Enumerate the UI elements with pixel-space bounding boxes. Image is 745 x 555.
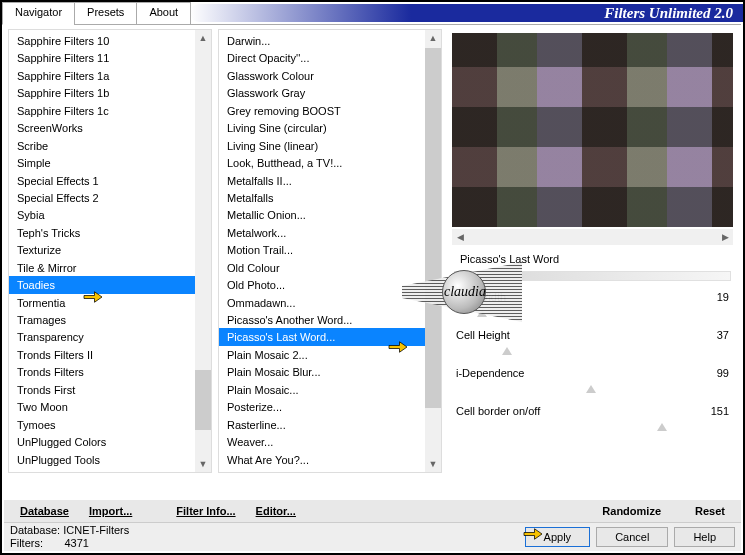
divider-bar [454,271,731,281]
apply-button[interactable]: Apply [525,527,591,547]
category-item[interactable]: Simple [9,154,211,171]
category-item[interactable]: UnPlugged Colors [9,433,211,450]
category-item[interactable]: Tymoes [9,416,211,433]
category-item[interactable]: Sybia [9,206,211,223]
filter-info-button[interactable]: Filter Info... [166,503,245,519]
filter-preview [452,33,733,227]
filter-item[interactable]: Old Photo... [219,276,441,293]
tab-about[interactable]: About [136,2,191,25]
filter-item[interactable]: Plain Mosaic 2... [219,346,441,363]
param-row: Cell border on/off151 [456,403,729,421]
category-item[interactable]: Tormentia [9,294,211,311]
category-item[interactable]: Teph's Tricks [9,224,211,241]
param-row: Cell Height37 [456,327,729,345]
param-slider[interactable] [456,309,729,323]
filter-item[interactable]: Motion Trail... [219,241,441,258]
editor-button[interactable]: Editor... [246,503,306,519]
category-list[interactable]: Sapphire Filters 10Sapphire Filters 11Sa… [8,29,212,473]
filter-item[interactable]: Look, Butthead, a TV!... [219,154,441,171]
status-bar: Database: ICNET-Filters Filters: 4371 Ap… [4,523,741,551]
filter-item[interactable]: Metalfalls II... [219,172,441,189]
reset-button[interactable]: Reset [685,503,735,519]
tab-presets[interactable]: Presets [74,2,137,25]
scroll-left-icon[interactable]: ◀ [452,229,468,245]
category-item[interactable]: Tronds First [9,381,211,398]
filter-item[interactable]: Glasswork Colour [219,67,441,84]
filter-item[interactable]: Weaver... [219,433,441,450]
category-item[interactable]: Sapphire Filters 11 [9,49,211,66]
category-item[interactable]: Tronds Filters [9,363,211,380]
param-label: Cell Height [456,329,510,343]
filter-item[interactable]: Rasterline... [219,416,441,433]
param-value: 151 [711,405,729,419]
scroll-thumb[interactable] [195,370,211,430]
param-slider[interactable] [456,347,729,361]
param-value: 99 [717,367,729,381]
filter-item[interactable]: Metalfalls [219,189,441,206]
filter-item[interactable]: Metalwork... [219,224,441,241]
filter-scrollbar[interactable]: ▲ ▼ [425,30,441,472]
filter-list[interactable]: Darwin...Direct Opacity''...Glasswork Co… [218,29,442,473]
category-item[interactable]: UnPlugged Tools [9,451,211,468]
scroll-up-icon[interactable]: ▲ [425,30,441,46]
category-item[interactable]: Sapphire Filters 1b [9,84,211,101]
category-item[interactable]: Texturize [9,241,211,258]
filter-item[interactable]: Plain Mosaic Blur... [219,363,441,380]
category-item[interactable]: Sapphire Filters 1c [9,102,211,119]
tab-navigator[interactable]: Navigator [2,2,75,25]
filter-item[interactable]: Grey removing BOOST [219,102,441,119]
tabs: Navigator Presets About [2,2,190,25]
param-slider[interactable] [456,385,729,399]
category-item[interactable]: Tile & Mirror [9,259,211,276]
import-button[interactable]: Import... [79,503,142,519]
help-button[interactable]: Help [674,527,735,547]
filter-item[interactable]: Glasswork Gray [219,84,441,101]
param-row: Cell Width19 [456,289,729,307]
filter-item[interactable]: Picasso's Another Word... [219,311,441,328]
param-value: 19 [717,291,729,305]
param-label: i-Dependence [456,367,525,381]
param-label: Cell Width [456,291,506,305]
scroll-up-icon[interactable]: ▲ [195,30,211,46]
category-scrollbar[interactable]: ▲ ▼ [195,30,211,472]
scroll-right-icon[interactable]: ▶ [717,229,733,245]
param-value: 37 [717,329,729,343]
filter-item[interactable]: Old Colour [219,259,441,276]
param-label: Cell border on/off [456,405,540,419]
filter-item[interactable]: Picasso's Last Word... [219,328,441,345]
scroll-thumb[interactable] [425,48,441,408]
randomize-button[interactable]: Randomize [592,503,671,519]
category-item[interactable]: Tronds Filters II [9,346,211,363]
category-item[interactable]: Transparency [9,328,211,345]
filter-item[interactable]: Living Sine (linear) [219,137,441,154]
app-title-banner: Filters Unlimited 2.0 [190,4,743,22]
filter-item[interactable]: Plain Mosaic... [219,381,441,398]
category-item[interactable]: Toadies [9,276,211,293]
filter-item[interactable]: Metallic Onion... [219,206,441,223]
filter-item[interactable]: Direct Opacity''... [219,49,441,66]
scroll-down-icon[interactable]: ▼ [425,456,441,472]
parameter-panel: Cell Width19Cell Height37i-Dependence99C… [456,289,729,441]
scroll-down-icon[interactable]: ▼ [195,456,211,472]
filter-item[interactable]: Ommadawn... [219,294,441,311]
database-button[interactable]: Database [10,503,79,519]
category-item[interactable]: Special Effects 1 [9,172,211,189]
preview-h-scrollbar[interactable]: ◀ ▶ [452,229,733,245]
filter-item[interactable]: Living Sine (circular) [219,119,441,136]
status-text: Database: ICNET-Filters Filters: 4371 [10,524,129,550]
current-filter-name: Picasso's Last Word [456,251,729,267]
category-item[interactable]: Tramages [9,311,211,328]
category-item[interactable]: Two Moon [9,398,211,415]
param-slider[interactable] [456,423,729,437]
category-item[interactable]: Scribe [9,137,211,154]
category-item[interactable]: ScreenWorks [9,119,211,136]
filter-item[interactable]: What Are You?... [219,451,441,468]
filter-item[interactable]: Posterize... [219,398,441,415]
category-item[interactable]: Sapphire Filters 1a [9,67,211,84]
param-row: i-Dependence99 [456,365,729,383]
category-item[interactable]: Sapphire Filters 10 [9,32,211,49]
bottom-toolbar: Database Import... Filter Info... Editor… [4,499,741,523]
cancel-button[interactable]: Cancel [596,527,668,547]
category-item[interactable]: Special Effects 2 [9,189,211,206]
filter-item[interactable]: Darwin... [219,32,441,49]
